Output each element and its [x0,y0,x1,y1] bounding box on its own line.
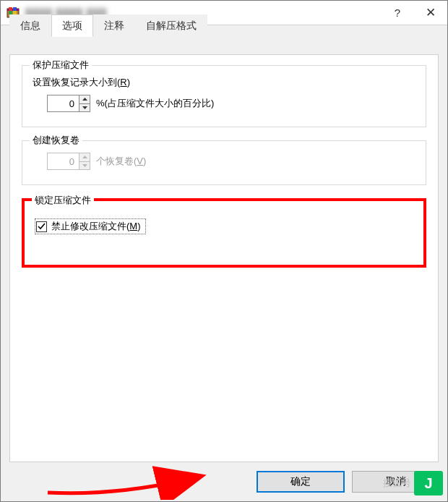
tabstrip: 信息 选项 注释 自解压格式 [9,34,439,54]
svg-marker-8 [82,156,87,158]
group-volumes-title: 创建恢复卷 [30,134,82,147]
recovery-volumes-spinner [47,153,90,170]
svg-marker-6 [82,98,87,101]
tab-panel: 保护压缩文件 设置恢复记录大小到(R) %(占压缩文件大小的百分比) [9,54,439,462]
recovery-percent-input[interactable] [47,95,79,112]
checkbox-icon[interactable] [36,221,47,232]
dialog-buttons: 确定 取消 [1,471,440,493]
group-recovery-volumes: 创建恢复卷 个恢复卷(V) [22,140,426,185]
recovery-record-label: 设置恢复记录大小到(R) [33,76,415,89]
tab-sfx[interactable]: 自解压格式 [135,14,207,37]
tab-comment[interactable]: 注释 [93,14,135,37]
recovery-percent-spinner[interactable] [47,95,90,112]
recovery-volumes-input [47,153,79,170]
help-button[interactable]: ? [381,1,414,25]
group-protect-archive: 保护压缩文件 设置恢复记录大小到(R) %(占压缩文件大小的百分比) [22,65,426,127]
lock-archive-label: 禁止修改压缩文件(M) [51,220,141,233]
spinner-down-icon[interactable] [79,103,90,112]
close-button[interactable]: ✕ [414,1,447,25]
lock-archive-checkbox[interactable]: 禁止修改压缩文件(M) [35,218,146,234]
svg-marker-7 [82,106,87,109]
svg-marker-9 [82,164,87,167]
svg-rect-3 [13,7,17,11]
tab-info[interactable]: 信息 [9,14,51,37]
recovery-volumes-label: 个恢复卷(V) [96,155,146,168]
spinner-up-icon[interactable] [79,95,90,103]
group-lock-title: 锁定压缩文件 [32,194,94,207]
svg-rect-2 [9,7,12,11]
dialog-window: ████ ████ ███ ? ✕ 信息 选项 注释 自解压格式 保护压缩文件 … [0,0,448,502]
group-lock-archive: 锁定压缩文件 禁止修改压缩文件(M) [22,198,426,268]
ok-button[interactable]: 确定 [257,471,345,493]
recovery-percent-suffix: %(占压缩文件大小的百分比) [96,97,214,110]
spinner-down-icon [79,161,90,170]
spinner-up-icon [79,153,90,161]
cancel-button[interactable]: 取消 [352,471,440,493]
group-protect-title: 保护压缩文件 [30,59,92,72]
tab-options[interactable]: 选项 [51,14,93,37]
